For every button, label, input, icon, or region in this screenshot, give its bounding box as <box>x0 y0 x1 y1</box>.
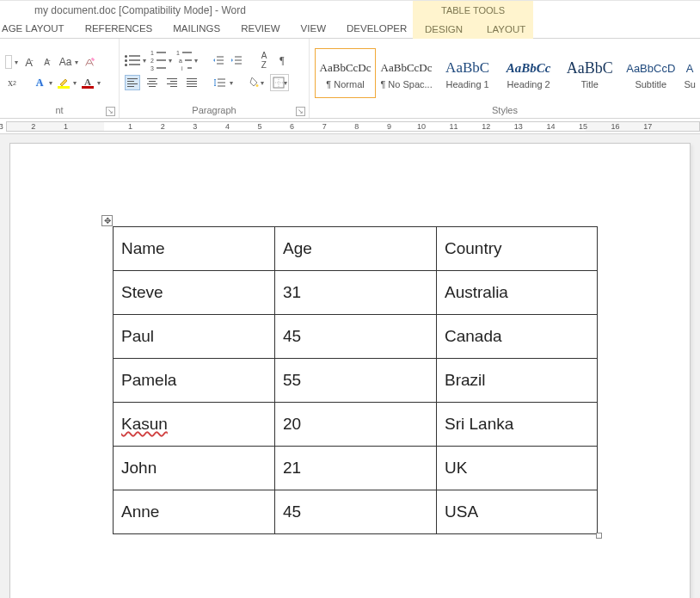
cell-text: John <box>121 459 157 477</box>
align-center-button[interactable] <box>144 75 160 90</box>
group-label-styles: Styles <box>492 105 518 115</box>
style-more[interactable]: A Su <box>681 48 698 98</box>
style-title[interactable]: AaBbC Title <box>559 48 620 98</box>
table-row[interactable]: Kasun20Sri Lanka <box>114 403 598 447</box>
ruler-tick: 11 <box>450 122 458 131</box>
group-label-font: nt <box>55 105 63 115</box>
font-size-combo-edge[interactable] <box>5 55 12 69</box>
chevron-down-icon[interactable]: ▾ <box>15 59 18 66</box>
chevron-down-icon[interactable]: ▾ <box>169 57 172 65</box>
chevron-down-icon[interactable]: ▾ <box>73 79 77 87</box>
tab-references[interactable]: REFERENCES <box>75 19 163 39</box>
ruler-tick: 16 <box>611 122 620 131</box>
text-effects-button[interactable]: A <box>33 76 46 89</box>
chevron-down-icon[interactable]: ▾ <box>97 79 101 87</box>
tab-review[interactable]: REVIEW <box>230 19 290 39</box>
title-bar: my document.doc [Compatibility Mode] - W… <box>0 0 700 19</box>
multilevel-list-button[interactable]: 1 a i <box>176 53 192 67</box>
chevron-down-icon[interactable]: ▾ <box>75 59 78 66</box>
tab-page-layout[interactable]: AGE LAYOUT <box>0 19 75 39</box>
shrink-font-button[interactable]: Aˇ <box>40 55 54 69</box>
table-cell[interactable]: 31 <box>275 271 437 315</box>
table-cell[interactable]: 45 <box>275 490 437 534</box>
table-cell[interactable]: 21 <box>275 447 437 490</box>
paragraph-dialog-launcher[interactable]: ↘ <box>296 107 305 116</box>
cell-text: Australia <box>445 283 508 301</box>
font-dialog-launcher[interactable]: ↘ <box>106 107 115 116</box>
table-cell[interactable]: UK <box>437 447 598 490</box>
table-cell[interactable]: Brazil <box>437 359 598 403</box>
chevron-down-icon[interactable]: ▾ <box>49 79 52 87</box>
table-resize-handle[interactable] <box>596 533 602 539</box>
table-cell[interactable]: Sri Lanka <box>437 403 598 447</box>
style-heading1[interactable]: AaBbC Heading 1 <box>437 48 498 98</box>
table-row[interactable]: John21UK <box>114 447 598 490</box>
table-cell[interactable]: 20 <box>275 403 437 447</box>
font-color-button[interactable]: A <box>81 76 95 89</box>
table-cell[interactable]: Pamela <box>114 359 275 403</box>
numbering-button[interactable]: 1 2 3 <box>150 53 166 67</box>
subscript-button[interactable]: x2 <box>5 76 19 89</box>
table-cell[interactable]: Name <box>114 227 275 271</box>
page[interactable]: ✥ NameAgeCountrySteve31AustraliaPaul45Ca… <box>9 143 691 598</box>
style-normal[interactable]: AaBbCcDc ¶ Normal <box>315 48 376 98</box>
style-no-spacing[interactable]: AaBbCcDc ¶ No Spac... <box>376 48 437 98</box>
cell-text: Kasun <box>121 415 168 433</box>
table-cell[interactable]: Country <box>437 227 598 271</box>
table-row[interactable]: Steve31Australia <box>114 271 598 315</box>
table-move-handle[interactable]: ✥ <box>101 215 113 226</box>
document-area[interactable]: ✥ NameAgeCountrySteve31AustraliaPaul45Ca… <box>0 134 700 598</box>
tab-view[interactable]: VIEW <box>291 19 336 39</box>
style-heading2[interactable]: AaBbCc Heading 2 <box>498 48 559 98</box>
highlight-button[interactable] <box>57 76 71 89</box>
bullets-button[interactable] <box>125 53 140 67</box>
tab-table-design[interactable]: DESIGN <box>413 19 475 39</box>
table-row[interactable]: Pamela55Brazil <box>114 359 598 403</box>
table-cell[interactable]: 55 <box>275 359 437 403</box>
table-cell[interactable]: Canada <box>437 315 598 359</box>
sort-button[interactable]: AZ <box>257 53 271 67</box>
tab-table-layout[interactable]: LAYOUT <box>475 19 537 39</box>
increase-indent-button[interactable] <box>230 53 243 67</box>
style-subtitle[interactable]: AaBbCcD Subtitle <box>620 48 681 98</box>
tab-developer[interactable]: DEVELOPER <box>336 19 417 39</box>
table-cell[interactable]: Australia <box>437 271 598 315</box>
line-spacing-button[interactable] <box>213 76 227 89</box>
show-hide-button[interactable]: ¶ <box>275 53 289 67</box>
table-cell[interactable]: Age <box>275 227 437 271</box>
ruler-tick: 7 <box>322 122 327 131</box>
align-right-button[interactable] <box>164 75 180 90</box>
ribbon-tabs: AGE LAYOUT REFERENCES MAILINGS REVIEW VI… <box>0 19 700 39</box>
table-row[interactable]: Paul45Canada <box>114 315 598 359</box>
cell-text: Paul <box>121 327 154 345</box>
ruler-tick: 10 <box>417 122 426 131</box>
cell-text: UK <box>445 459 467 477</box>
table-cell[interactable]: Steve <box>114 271 275 315</box>
align-left-button[interactable] <box>125 75 140 90</box>
chevron-down-icon[interactable]: ▾ <box>143 57 146 65</box>
table-row[interactable]: Anne45USA <box>114 490 598 534</box>
table-cell[interactable]: 45 <box>275 315 437 359</box>
table-cell[interactable]: Paul <box>114 315 275 359</box>
chevron-down-icon[interactable]: ▾ <box>194 57 198 65</box>
decrease-indent-button[interactable] <box>212 53 225 67</box>
tab-mailings[interactable]: MAILINGS <box>163 19 230 39</box>
document-table[interactable]: NameAgeCountrySteve31AustraliaPaul45Cana… <box>113 226 598 534</box>
change-case-button[interactable]: Aa <box>58 55 72 69</box>
table-cell[interactable]: Kasun <box>114 403 275 447</box>
table-cell[interactable]: USA <box>437 490 598 534</box>
borders-button[interactable]: ▾ <box>270 74 289 91</box>
align-justify-button[interactable] <box>184 75 200 90</box>
shading-button[interactable]: ▾ <box>247 74 266 91</box>
styles-gallery[interactable]: AaBbCcDc ¶ Normal AaBbCcDc ¶ No Spac... … <box>315 48 698 98</box>
chevron-down-icon[interactable]: ▾ <box>230 79 233 87</box>
table-cell[interactable]: John <box>114 447 275 490</box>
horizontal-ruler[interactable]: 3211234567891011121314151617 <box>0 119 700 134</box>
table-cell[interactable]: Anne <box>114 490 275 534</box>
clear-formatting-button[interactable] <box>83 55 96 69</box>
ruler-tick: 9 <box>387 122 391 131</box>
table-row[interactable]: NameAgeCountry <box>114 227 598 271</box>
group-label-paragraph: Paragraph <box>192 105 236 115</box>
group-styles: AaBbCcDc ¶ Normal AaBbCcDc ¶ No Spac... … <box>310 39 700 118</box>
grow-font-button[interactable]: Aˆ <box>22 55 36 69</box>
